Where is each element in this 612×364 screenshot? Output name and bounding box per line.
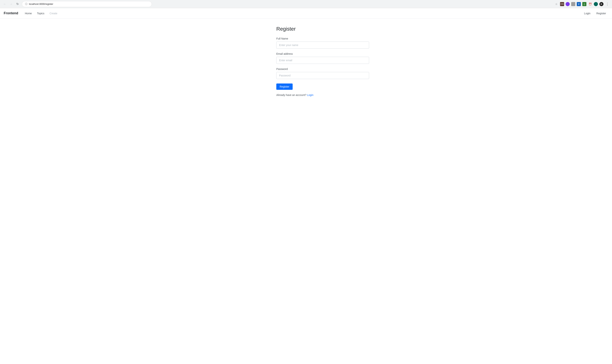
nav-link-home[interactable]: Home — [23, 10, 34, 16]
login-redirect-link[interactable]: Login — [307, 93, 313, 96]
forward-button[interactable]: → — [9, 1, 14, 7]
app-nav-right: Login Register — [582, 10, 608, 16]
password-label: Password — [276, 67, 369, 70]
teal-extension-icon[interactable] — [594, 2, 598, 6]
register-submit-button[interactable]: Register — [276, 83, 293, 90]
register-title: Register — [276, 26, 369, 32]
full-name-input[interactable] — [276, 41, 369, 49]
app-brand[interactable]: Frontend — [4, 11, 18, 15]
full-name-group: Full Name — [276, 37, 369, 49]
register-container: Register Full Name Email address Passwor… — [243, 26, 369, 96]
bookmark-icon[interactable]: ☆ — [554, 2, 559, 6]
dark-extension-icon[interactable]: K — [599, 2, 603, 6]
password-input[interactable] — [276, 72, 369, 79]
clock-extension-icon[interactable]: ⏰ — [588, 2, 592, 6]
browser-extensions: ☆ CSS V {} ⏰ K ⋮ — [554, 1, 610, 7]
password-group: Password — [276, 67, 369, 79]
nav-register-link[interactable]: Register — [594, 10, 608, 16]
reload-button[interactable]: ↻ — [15, 1, 20, 7]
email-input[interactable] — [276, 57, 369, 64]
main-content: Register Full Name Email address Passwor… — [0, 19, 612, 104]
nav-login-link[interactable]: Login — [582, 10, 593, 16]
app-navbar: Frontend Home Topics Create Login Regist… — [0, 8, 612, 19]
url-text: localhost:3000/register — [29, 3, 53, 5]
green-extension-icon[interactable]: {} — [582, 2, 586, 6]
lock-icon: ⓘ — [25, 2, 27, 6]
email-label: Email address — [276, 52, 369, 55]
blue-extension-icon[interactable]: V — [577, 2, 581, 6]
more-options-icon[interactable]: ⋮ — [605, 1, 610, 7]
login-prompt-text: Already have an account? — [276, 93, 306, 96]
purple-extension-icon[interactable] — [566, 2, 570, 6]
app-nav-links: Home Topics Create — [23, 10, 582, 16]
full-name-label: Full Name — [276, 37, 369, 40]
nav-link-create: Create — [47, 10, 60, 16]
login-prompt: Already have an account? Login — [276, 93, 369, 96]
nav-link-topics[interactable]: Topics — [35, 10, 47, 16]
register-form: Full Name Email address Password Registe… — [276, 37, 369, 90]
address-bar[interactable]: ⓘ localhost:3000/register — [22, 1, 152, 7]
gray-extension-icon[interactable] — [571, 2, 575, 6]
email-group: Email address — [276, 52, 369, 64]
browser-nav-buttons: ← → ↻ — [2, 1, 20, 7]
browser-chrome: ← → ↻ ⓘ localhost:3000/register ☆ CSS V … — [0, 0, 612, 8]
css-extension-icon[interactable]: CSS — [560, 2, 564, 6]
back-button[interactable]: ← — [2, 1, 7, 7]
